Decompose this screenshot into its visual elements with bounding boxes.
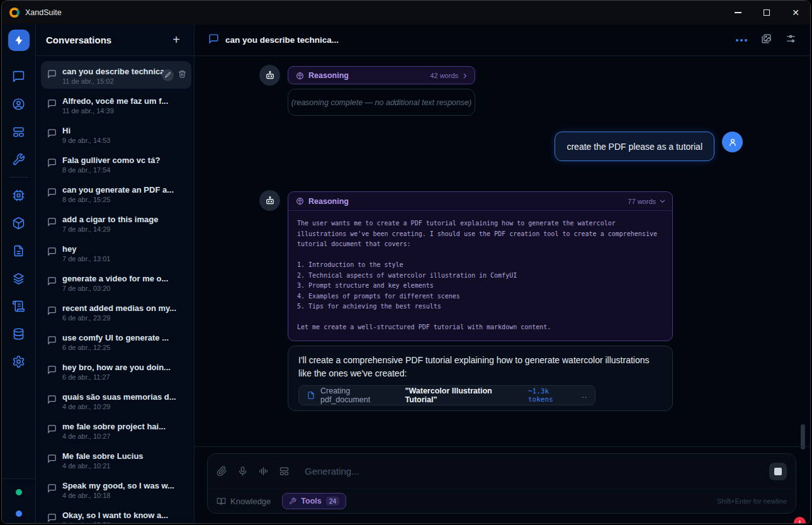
conversation-title: Fala gulliver como vc tá? <box>62 155 160 165</box>
reasoning-block-collapsed[interactable]: Reasoning 42 words <box>288 66 475 84</box>
chat-settings-button[interactable] <box>786 33 796 47</box>
reasoning-block-expanded[interactable]: Reasoning 77 words The user wants me to … <box>288 191 673 341</box>
composer-area: Knowledge Tools 24 Shift+Enter for newli… <box>195 446 810 523</box>
sidebar-item-layers[interactable] <box>6 264 31 292</box>
conversation-item[interactable]: Fala gulliver como vc tá?8 de abr., 17:5… <box>41 150 191 178</box>
knowledge-button[interactable]: Knowledge <box>217 497 271 506</box>
sidebar-item-documents[interactable] <box>6 237 31 264</box>
sidebar-item-database[interactable] <box>6 320 31 347</box>
conversation-item[interactable]: Alfredo, você me faz um f...11 de abr., … <box>41 91 191 118</box>
conversation-item[interactable]: generate a video for me o...7 de abr., 0… <box>41 268 191 296</box>
conversation-title: hey bro, how are you doin... <box>62 363 171 372</box>
maximize-button[interactable] <box>752 1 781 25</box>
conversation-date: 7 de abr., 03:20 <box>62 285 186 292</box>
home-bolt-button[interactable] <box>8 30 30 51</box>
user-message: create the PDF please as a tutorial <box>555 132 714 161</box>
minimize-button[interactable] <box>723 1 752 25</box>
sidebar-item-chat[interactable] <box>6 62 31 90</box>
conversation-title: Okay, so I want to know a... <box>62 511 168 520</box>
conversation-item[interactable]: Speak my good, so I was w...4 de abr., 1… <box>41 475 191 503</box>
conversation-item[interactable]: quais são suas memorias d...4 de abr., 1… <box>41 387 191 414</box>
attach-button[interactable] <box>217 466 227 477</box>
close-button[interactable]: ✕ <box>781 1 810 25</box>
status-dot-green <box>16 489 22 495</box>
conversation-date: 7 de abr., 14:29 <box>62 225 186 233</box>
message-input[interactable] <box>305 466 759 477</box>
delete-conversation-button[interactable] <box>178 69 186 81</box>
bolt-icon <box>13 35 25 46</box>
sidebar-item-users[interactable] <box>6 90 31 118</box>
gallery-button[interactable] <box>761 33 772 47</box>
stop-icon <box>774 468 782 475</box>
conversation-title: quais são suas memorias d... <box>62 392 176 402</box>
stop-generating-button[interactable] <box>769 463 787 480</box>
tools-label: Tools <box>301 497 321 505</box>
app-logo-icon <box>9 8 20 18</box>
composer: Knowledge Tools 24 Shift+Enter for newli… <box>207 453 796 514</box>
sidebar-item-settings[interactable] <box>6 347 31 375</box>
sidebar-item-packages[interactable] <box>6 209 31 237</box>
conversation-item[interactable]: Me fale sobre Lucius4 de abr., 10:21 <box>41 446 191 473</box>
sidebar-item-dashboard[interactable] <box>6 118 31 145</box>
image-icon <box>761 33 772 44</box>
reasoning-complete-note: (reasoning complete — no additional text… <box>288 89 475 116</box>
sidebar-item-scripts[interactable] <box>6 292 31 320</box>
conversation-item[interactable]: Hi9 de abr., 14:53 <box>41 120 191 148</box>
reasoning-word-count: 42 words <box>430 72 458 79</box>
conversation-date: 11 de abr., 14:39 <box>62 107 186 115</box>
mic-button[interactable] <box>237 466 248 477</box>
chevron-down-icon <box>659 198 666 205</box>
conversation-date: 4 de abr., 10:27 <box>62 432 186 440</box>
chat-bubble-icon <box>47 247 57 259</box>
robot-icon <box>264 70 276 81</box>
sidebar-item-tools[interactable] <box>6 145 31 173</box>
conversation-item[interactable]: me fale sobre project hai...4 de abr., 1… <box>41 416 191 444</box>
conversation-date: 3 de abr., 02:58 <box>62 521 186 524</box>
conversation-item[interactable]: hey7 de abr., 13:01 <box>41 239 191 266</box>
conversation-title: use comfy UI to generate ... <box>62 333 169 342</box>
conversation-date: 4 de abr., 10:21 <box>62 462 186 470</box>
sliders-icon <box>786 33 796 44</box>
chat-bubble-icon <box>47 158 57 170</box>
canvas-button[interactable] <box>279 466 290 477</box>
conversation-title: generate a video for me o... <box>62 274 168 283</box>
chat-bubble-icon <box>47 424 57 436</box>
conversation-item[interactable]: can you describe technica...11 de abr., … <box>41 61 191 89</box>
voice-wave-button[interactable] <box>258 466 269 477</box>
app-title: XandSuite <box>25 8 62 17</box>
conversation-item[interactable]: can you generate an PDF a...8 de abr., 1… <box>41 179 191 207</box>
conversation-date: 7 de abr., 13:01 <box>62 255 186 262</box>
database-icon <box>12 327 25 341</box>
conversation-item[interactable]: add a cigar to this image7 de abr., 14:2… <box>41 209 191 237</box>
dashboard-icon <box>12 125 25 138</box>
window-controls: ✕ <box>723 1 810 25</box>
conversation-date: 8 de abr., 15:25 <box>62 196 186 203</box>
new-conversation-button[interactable]: + <box>169 33 184 47</box>
conversation-item[interactable]: use comfy UI to generate ...6 de abr., 1… <box>41 327 191 355</box>
conversation-title: add a cigar to this image <box>62 215 158 224</box>
message-scroll-area[interactable]: Reasoning 42 words (reasoning complete —… <box>195 56 810 446</box>
file-text-icon <box>12 244 25 257</box>
conversation-date: 6 de abr., 23:29 <box>62 314 186 322</box>
assistant-avatar <box>259 65 280 86</box>
conversation-item[interactable]: recent added medias on my...6 de abr., 2… <box>41 298 191 325</box>
reasoning-body: The user wants me to create a PDF tutori… <box>288 211 672 341</box>
sidebar-item-cpu[interactable] <box>6 181 31 209</box>
wrench-icon <box>12 153 25 166</box>
scrollbar-thumb[interactable] <box>801 424 805 449</box>
conversation-title: Me fale sobre Lucius <box>62 451 144 461</box>
more-options-button[interactable] <box>736 39 747 42</box>
tools-button[interactable]: Tools 24 <box>282 493 346 509</box>
conversation-item[interactable]: hey bro, how are you doin...6 de abr., 1… <box>41 357 191 385</box>
chat-title: can you describe technica... <box>225 35 339 45</box>
layers-icon <box>12 272 25 285</box>
conversation-title: Speak my good, so I was w... <box>62 481 174 490</box>
brain-icon <box>296 197 304 205</box>
edit-conversation-button[interactable] <box>162 69 174 81</box>
user-circle-icon <box>12 98 25 111</box>
chat-bubble-icon <box>47 454 57 466</box>
assistant-message: I'll create a comprehensive PDF tutorial… <box>288 346 673 411</box>
conversation-item[interactable]: Okay, so I want to know a...3 de abr., 0… <box>41 505 191 523</box>
tool-call-chip[interactable]: Creating pdf_document "Watercolor Illust… <box>298 385 595 405</box>
conversation-title: Hi <box>62 126 70 135</box>
